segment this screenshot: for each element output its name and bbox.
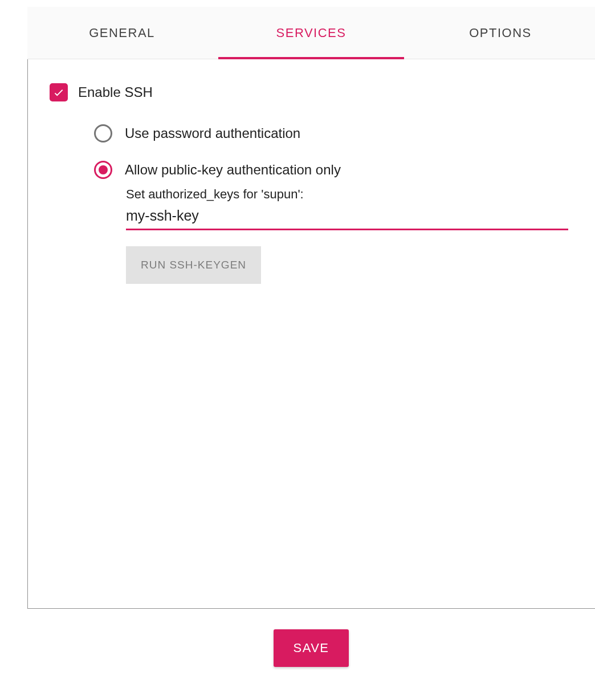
password-auth-radio[interactable] bbox=[94, 124, 112, 143]
tab-services[interactable]: SERVICES bbox=[217, 7, 406, 59]
tabs-header: GENERAL SERVICES OPTIONS bbox=[27, 7, 595, 59]
tab-general[interactable]: GENERAL bbox=[27, 7, 217, 59]
authorized-keys-input[interactable] bbox=[126, 205, 568, 230]
publickey-auth-label: Allow public-key authentication only bbox=[125, 162, 341, 178]
tab-options[interactable]: OPTIONS bbox=[406, 7, 595, 59]
enable-ssh-row: Enable SSH bbox=[50, 83, 595, 101]
password-auth-row: Use password authentication bbox=[94, 124, 595, 143]
save-button[interactable]: SAVE bbox=[274, 629, 348, 667]
run-ssh-keygen-button[interactable]: RUN SSH-KEYGEN bbox=[126, 246, 261, 284]
enable-ssh-checkbox[interactable] bbox=[50, 83, 68, 101]
authorized-keys-section: Set authorized_keys for 'supun': RUN SSH… bbox=[126, 187, 595, 284]
footer: SAVE bbox=[27, 629, 595, 667]
check-icon bbox=[52, 86, 65, 99]
publickey-auth-radio[interactable] bbox=[94, 161, 112, 179]
password-auth-label: Use password authentication bbox=[125, 125, 300, 141]
authorized-keys-label: Set authorized_keys for 'supun': bbox=[126, 187, 595, 202]
services-panel: Enable SSH Use password authentication A… bbox=[27, 59, 595, 609]
enable-ssh-label: Enable SSH bbox=[78, 84, 153, 100]
publickey-auth-row: Allow public-key authentication only bbox=[94, 161, 595, 179]
auth-radio-group: Use password authentication Allow public… bbox=[94, 124, 595, 179]
